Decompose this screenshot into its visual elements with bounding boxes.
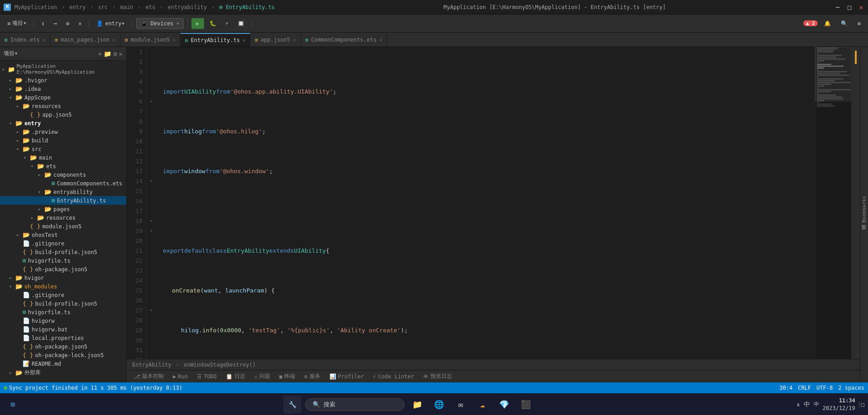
tree-item-module-json5[interactable]: ▸ { } module.json5 [0, 222, 126, 231]
tab-terminal[interactable]: ▣ 终端 [276, 372, 299, 381]
tab-entryability-ts[interactable]: ⊞ EntryAbility.ts ✕ [181, 33, 251, 47]
tree-item-hvigor-root[interactable]: ▸ 📂 hvigor [0, 274, 126, 282]
tree-root[interactable]: ▾ 📁 MyApplication E:\HarmonyOS\MyApplica… [0, 62, 126, 76]
tree-item-build[interactable]: ▸ 📂 build [0, 136, 126, 145]
tree-item-readme[interactable]: ▸ 📝 README.md [0, 359, 126, 368]
taskbar-app-icon[interactable]: 🔧 [283, 396, 301, 414]
tab-services[interactable]: ⚙ 服务 [300, 372, 324, 381]
todos-label[interactable]: 提示 [860, 230, 868, 237]
new-file-btn[interactable]: + [98, 50, 102, 57]
tree-item-build-profile[interactable]: ▸ { } build-profile.json5 [0, 248, 126, 256]
tree-item-oh-modules[interactable]: ▾ 📂 oh_modules [0, 282, 126, 291]
code-editor[interactable]: 1234 5678 9101112 13141516 17181920 2122… [127, 47, 860, 359]
error-count[interactable]: ▲ 2 [803, 20, 818, 26]
tab-close-app[interactable]: ✕ [293, 37, 296, 43]
settings-toolbar-btn[interactable]: ⚙ [854, 19, 864, 28]
tree-item-hvigorfile[interactable]: ▸ ⊞ hvigorfile.ts [0, 256, 126, 265]
tab-preview-log[interactable]: 👁 预览日志 [420, 372, 456, 381]
tab-close-index[interactable]: ✕ [43, 37, 46, 43]
sidebar-project-label[interactable]: 项目▾ [4, 50, 18, 57]
tree-item-hvigorw[interactable]: ▸ 📄 hvigorw [0, 316, 126, 325]
toolbar-close-btn[interactable]: ✕ [75, 19, 85, 28]
tree-item-appscope[interactable]: ▾ 📂 AppScope [0, 93, 126, 102]
show-desktop-btn[interactable]: □ [859, 401, 864, 408]
tab-code-linter[interactable]: ✓ Code Linter [369, 373, 418, 381]
tree-item-oh-hvigorfile[interactable]: ▸ ⊞ hvigorfile.ts [0, 308, 126, 316]
tree-item-commoncomponents[interactable]: ▸ ⊞ CommonComponents.ets [0, 179, 126, 188]
sidebar-close-btn[interactable]: ✕ [119, 50, 123, 57]
minimap[interactable] [815, 47, 851, 359]
toolbar-settings-btn[interactable]: ⚙ [62, 19, 73, 28]
run-button[interactable]: ▶ [191, 18, 204, 29]
minimize-button[interactable]: ─ [835, 4, 841, 10]
device-dropdown[interactable]: 📱 Devices ▾ [136, 18, 184, 29]
tree-item-ets[interactable]: ▾ 📂 ets [0, 162, 126, 170]
tree-item-pages[interactable]: ▸ 📂 pages [0, 205, 126, 213]
bookmarks-label[interactable]: Bookmarks [860, 192, 868, 226]
tab-log[interactable]: 📋 日志 [222, 372, 249, 381]
tree-item-entryability-ts[interactable]: ▸ ⊞ EntryAbility.ts [0, 196, 126, 205]
tab-module-json5[interactable]: ⊞ module.json5 ✕ [120, 33, 181, 47]
search-toolbar-btn[interactable]: 🔍 [837, 19, 851, 28]
taskbar-mail[interactable]: ✉ [452, 396, 470, 414]
profile-button[interactable]: ⚡ [222, 19, 232, 28]
taskbar-lang[interactable]: 中 [814, 401, 819, 408]
tree-item-hvigorw-bat[interactable]: ▸ 📄 hvigorw.bat [0, 325, 126, 334]
tab-main-pages-json[interactable]: ⊞ main_pages.json ✕ [50, 33, 120, 47]
keyboard-icon[interactable]: 中 [804, 401, 810, 409]
tree-item-idea[interactable]: ▸ 📂 .idea [0, 85, 126, 93]
code-content[interactable]: import UIAbility from '@ohos.app.ability… [156, 47, 815, 359]
tab-common-components[interactable]: ⊞ CommonComponents.ets ✕ [301, 33, 387, 47]
tab-profiler[interactable]: 📊 Profiler [326, 373, 368, 381]
tab-close-common[interactable]: ✕ [379, 37, 382, 43]
tab-close-entry[interactable]: ✕ [243, 38, 246, 43]
tree-item-oh-modules-gitignore[interactable]: ▸ 📄 .gitignore [0, 291, 126, 299]
tree-item-gitignore[interactable]: ▸ 📄 .gitignore [0, 239, 126, 248]
toolbar-split-btn[interactable]: ↔ [50, 19, 61, 28]
coverage-button[interactable]: 🔲 [234, 19, 248, 28]
tree-item-src[interactable]: ▾ 📂 src [0, 145, 126, 153]
tab-version-control[interactable]: ⎇ 版本控制 [130, 372, 167, 381]
taskbar-devtools[interactable]: 💎 [495, 396, 513, 414]
sidebar-settings-btn[interactable]: ⚙ [113, 50, 117, 57]
tree-item-components[interactable]: ▸ 📂 components [0, 170, 126, 179]
tree-item-hvigor[interactable]: ▸ 📂 .hvigor [0, 76, 126, 85]
tree-item-resources-entry[interactable]: ▸ 📂 resources [0, 213, 126, 222]
tree-item-oh-package[interactable]: ▸ { } oh-package.json5 [0, 265, 126, 274]
tab-index-ets[interactable]: ⊞ Index.ets ✕ [0, 33, 50, 47]
windows-start-btn[interactable]: ⊞ [4, 396, 22, 414]
debug-button[interactable]: 🐛 [206, 19, 220, 28]
tab-problems[interactable]: ⚠ 问题 [251, 372, 274, 381]
maximize-button[interactable]: □ [846, 4, 853, 10]
tab-close-main-pages[interactable]: ✕ [112, 37, 115, 43]
tree-item-resources-appscope[interactable]: ▸ 📂 resources [0, 102, 126, 110]
tab-close-module[interactable]: ✕ [172, 37, 176, 43]
taskbar-browser[interactable]: 🌐 [430, 396, 448, 414]
toolbar-expand-btn[interactable]: ↕ [38, 19, 48, 28]
tree-item-app-json5[interactable]: ▸ { } app.json5 [0, 110, 126, 119]
collapse-arrow-19[interactable]: ▾ [147, 226, 156, 236]
tab-todo[interactable]: ☰ TODO [193, 373, 220, 381]
collapse-arrow-32[interactable]: ▾ [147, 355, 156, 359]
project-dropdown[interactable]: ≡ 项目▾ [4, 18, 30, 28]
notifications-btn[interactable]: 🔔 [820, 19, 835, 28]
collapse-arrow-6[interactable]: ▾ [147, 97, 156, 107]
collapse-arrow-14[interactable]: ▾ [147, 176, 156, 186]
taskbar-cloud[interactable]: ☁ [473, 396, 491, 414]
tree-item-entryability[interactable]: ▾ 📂 entryability [0, 188, 126, 196]
tree-item-oh-package-json5[interactable]: ▸ { } oh-package.json5 [0, 342, 126, 351]
tree-item-external-libs[interactable]: ▸ 📂 外部库 [0, 368, 126, 377]
close-button[interactable]: ✕ [858, 4, 864, 10]
tree-item-oh-package-lock[interactable]: ▸ { } oh-package-lock.json5 [0, 351, 126, 359]
tree-item-local-props[interactable]: ▸ 📄 local.properties [0, 334, 126, 342]
tab-run[interactable]: ▶ Run [169, 373, 191, 381]
tab-app-json5[interactable]: ⊞ app.json5 ✕ [250, 33, 300, 47]
collapse-arrow-27[interactable]: ▾ [147, 306, 156, 316]
taskbar-terminal-btn[interactable]: ⬛ [517, 396, 535, 414]
taskbar-search[interactable]: 🔍 搜索 [305, 398, 405, 411]
bookmarks-panel[interactable]: Bookmarks 提示 [860, 47, 868, 382]
tree-item-main[interactable]: ▾ 📂 main [0, 153, 126, 162]
tree-item-ohostest[interactable]: ▸ 📂 ohosTest [0, 231, 126, 239]
new-folder-btn[interactable]: 📁 [104, 50, 111, 57]
tree-item-oh-build-profile[interactable]: ▸ { } build-profile.json5 [0, 299, 126, 308]
